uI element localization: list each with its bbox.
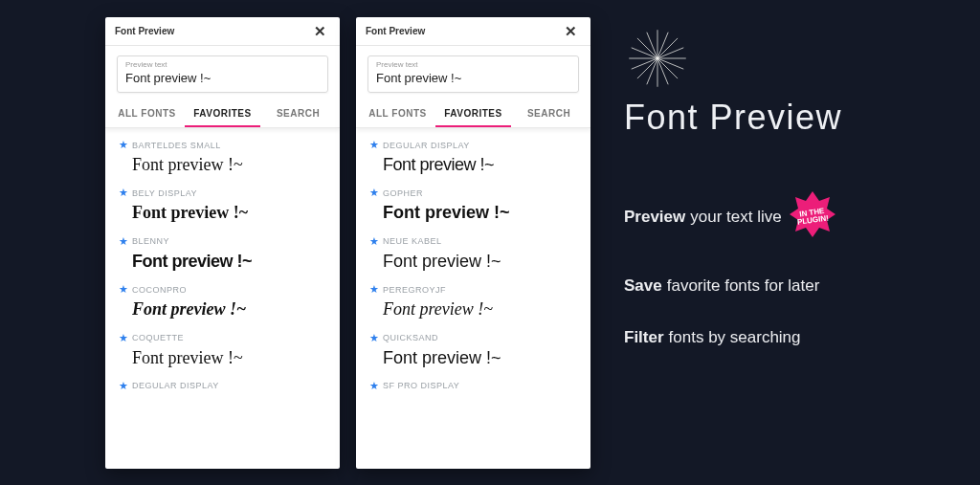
favorite-star-icon[interactable]: ★ bbox=[369, 236, 379, 247]
panel-title: Font Preview bbox=[115, 26, 174, 36]
marketing-block: Font Preview Preview your text live IN T… bbox=[624, 29, 959, 380]
font-item[interactable]: ★NEUE KABELFont preview !~ bbox=[369, 231, 577, 278]
favorite-star-icon[interactable]: ★ bbox=[369, 187, 379, 198]
benefit-rest: fonts by searching bbox=[669, 328, 801, 347]
favorite-star-icon[interactable]: ★ bbox=[369, 140, 379, 150]
preview-text-legend: Preview text bbox=[125, 60, 320, 69]
font-sample: Font preview !~ bbox=[369, 150, 577, 180]
font-name-label: PEREGROYJF bbox=[383, 285, 446, 295]
font-list[interactable]: ★BARTELDES SMALLFont preview !~★BELY DIS… bbox=[105, 128, 340, 469]
font-item[interactable]: ★COQUETTEFont preview !~ bbox=[119, 327, 326, 375]
benefit-save: Save favorite fonts for later bbox=[624, 276, 959, 296]
font-item[interactable]: ★BLENNYFont preview !~ bbox=[119, 231, 326, 278]
font-item-header: ★QUICKSAND bbox=[369, 333, 577, 343]
benefit-rest: favorite fonts for later bbox=[667, 276, 820, 296]
tab-all-fonts[interactable]: ALL FONTS bbox=[360, 100, 435, 127]
font-name-label: NEUE KABEL bbox=[383, 236, 442, 246]
font-name-label: COCONPRO bbox=[132, 285, 187, 295]
font-sample: Font preview !~ bbox=[369, 295, 577, 324]
font-item[interactable]: ★PEREGROYJFFont preview !~ bbox=[369, 278, 577, 326]
favorite-star-icon[interactable]: ★ bbox=[369, 381, 379, 391]
font-item[interactable]: ★BARTELDES SMALLFont preview !~ bbox=[119, 134, 326, 182]
font-preview-panel-2: Font Preview ✕ Preview text Font preview… bbox=[356, 17, 590, 469]
font-sample: Font preview !~ bbox=[119, 343, 326, 373]
preview-text-input[interactable]: Preview text Font preview !~ bbox=[368, 55, 579, 93]
sparkle-icon bbox=[628, 29, 687, 88]
font-sample: Font preview !~ bbox=[119, 198, 326, 228]
marketing-title: Font Preview bbox=[624, 98, 959, 138]
font-name-label: COQUETTE bbox=[132, 333, 184, 342]
panel-header: Font Preview ✕ bbox=[356, 17, 590, 46]
font-item[interactable]: ★SF PRO DISPLAY bbox=[369, 375, 577, 393]
font-item-header: ★SF PRO DISPLAY bbox=[369, 381, 577, 391]
font-item[interactable]: ★BELY DISPLAYFont preview !~ bbox=[119, 182, 326, 230]
preview-text-value: Font preview !~ bbox=[376, 71, 461, 85]
font-item-header: ★BELY DISPLAY bbox=[119, 187, 326, 198]
favorite-star-icon[interactable]: ★ bbox=[369, 284, 379, 295]
benefit-filter: Filter fonts by searching bbox=[624, 328, 959, 347]
favorite-star-icon[interactable]: ★ bbox=[119, 381, 128, 391]
font-item[interactable]: ★GOPHERFont preview !~ bbox=[369, 182, 577, 230]
font-sample: Font preview !~ bbox=[119, 247, 326, 276]
tab-favorites[interactable]: FAVORITES bbox=[185, 100, 260, 127]
favorite-star-icon[interactable]: ★ bbox=[119, 333, 128, 343]
tabs: ALL FONTS FAVORITES SEARCH bbox=[356, 100, 590, 128]
font-item[interactable]: ★DEGULAR DISPLAYFont preview !~ bbox=[369, 134, 577, 182]
close-icon[interactable]: ✕ bbox=[561, 22, 581, 40]
favorite-star-icon[interactable]: ★ bbox=[369, 333, 379, 343]
tab-favorites[interactable]: FAVORITES bbox=[435, 100, 511, 127]
font-item[interactable]: ★DEGULAR DISPLAY bbox=[119, 375, 326, 393]
font-name-label: BLENNY bbox=[132, 236, 169, 246]
favorite-star-icon[interactable]: ★ bbox=[119, 140, 128, 150]
font-sample: Font preview !~ bbox=[119, 295, 326, 324]
font-item-header: ★COCONPRO bbox=[119, 284, 326, 295]
font-item-header: ★COQUETTE bbox=[119, 333, 326, 343]
font-item-header: ★PEREGROYJF bbox=[369, 284, 577, 295]
font-sample: Font preview !~ bbox=[369, 198, 577, 228]
font-preview-panel-1: Font Preview ✕ Preview text Font preview… bbox=[105, 17, 340, 469]
tabs: ALL FONTS FAVORITES SEARCH bbox=[105, 100, 340, 128]
benefit-bold: Save bbox=[624, 276, 662, 296]
close-icon[interactable]: ✕ bbox=[310, 22, 330, 40]
font-name-label: BELY DISPLAY bbox=[132, 188, 197, 198]
font-sample: Font preview !~ bbox=[369, 343, 577, 373]
font-name-label: QUICKSAND bbox=[383, 333, 438, 342]
font-item-header: ★BARTELDES SMALL bbox=[119, 140, 326, 150]
panel-header: Font Preview ✕ bbox=[105, 17, 340, 46]
panel-title: Font Preview bbox=[366, 26, 425, 36]
preview-text-legend: Preview text bbox=[376, 60, 570, 69]
favorite-star-icon[interactable]: ★ bbox=[119, 236, 128, 247]
font-name-label: GOPHER bbox=[383, 188, 423, 198]
font-name-label: DEGULAR DISPLAY bbox=[383, 141, 470, 150]
font-item-header: ★BLENNY bbox=[119, 236, 326, 247]
font-name-label: DEGULAR DISPLAY bbox=[132, 381, 219, 390]
favorite-star-icon[interactable]: ★ bbox=[119, 284, 128, 295]
benefit-rest: your text live bbox=[690, 208, 781, 227]
favorite-star-icon[interactable]: ★ bbox=[119, 187, 128, 198]
font-sample: Font preview !~ bbox=[119, 150, 326, 180]
font-item[interactable]: ★COCONPROFont preview !~ bbox=[119, 278, 326, 326]
font-item-header: ★DEGULAR DISPLAY bbox=[119, 381, 326, 391]
benefit-bold: Filter bbox=[624, 328, 664, 347]
preview-text-value: Font preview !~ bbox=[125, 71, 211, 85]
burst-badge: IN THEPLUGIN! bbox=[788, 189, 837, 244]
tab-search[interactable]: SEARCH bbox=[260, 100, 336, 127]
font-item-header: ★GOPHER bbox=[369, 187, 577, 198]
preview-text-input[interactable]: Preview text Font preview !~ bbox=[117, 55, 328, 93]
benefit-bold: Preview bbox=[624, 208, 685, 227]
font-item-header: ★DEGULAR DISPLAY bbox=[369, 140, 577, 150]
tab-search[interactable]: SEARCH bbox=[511, 100, 587, 127]
tab-all-fonts[interactable]: ALL FONTS bbox=[109, 100, 185, 127]
benefit-preview: Preview your text live IN THEPLUGIN! bbox=[624, 189, 959, 244]
font-name-label: SF PRO DISPLAY bbox=[383, 381, 459, 390]
font-item-header: ★NEUE KABEL bbox=[369, 236, 577, 247]
font-item[interactable]: ★QUICKSANDFont preview !~ bbox=[369, 327, 577, 375]
font-list[interactable]: ★DEGULAR DISPLAYFont preview !~★GOPHERFo… bbox=[356, 128, 590, 469]
font-name-label: BARTELDES SMALL bbox=[132, 141, 221, 150]
font-sample: Font preview !~ bbox=[369, 247, 577, 276]
